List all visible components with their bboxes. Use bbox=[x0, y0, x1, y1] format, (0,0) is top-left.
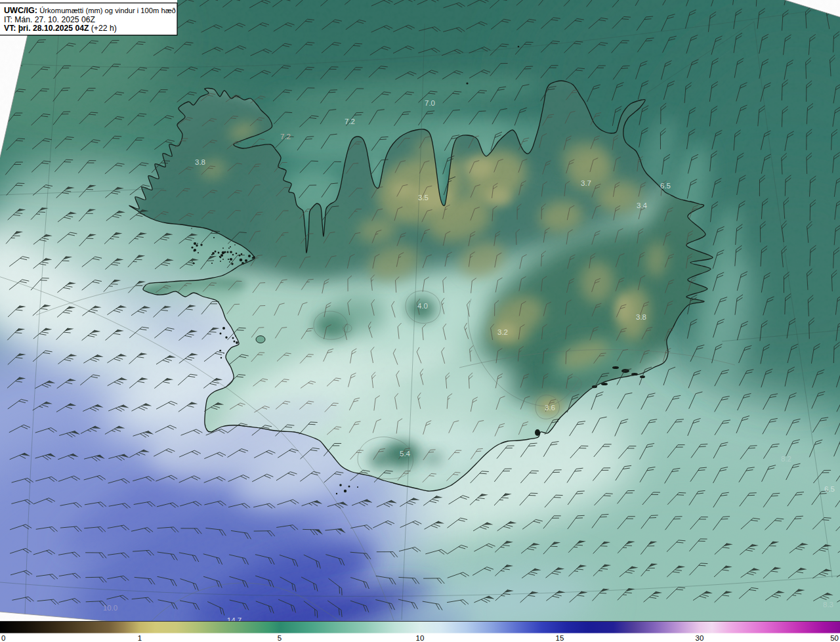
svg-text:0: 0 bbox=[1, 634, 5, 642]
svg-text:50: 50 bbox=[830, 634, 839, 642]
svg-text:10: 10 bbox=[416, 634, 425, 642]
svg-text:5: 5 bbox=[278, 634, 282, 642]
svg-text:15: 15 bbox=[556, 634, 564, 642]
svg-text:VT: þri. 28.10.2025 04Z (+22 h: VT: þri. 28.10.2025 04Z (+22 h) bbox=[4, 24, 117, 33]
svg-text:UWC/IG: Úrkomumætti (mm) og vi: UWC/IG: Úrkomumætti (mm) og vindur i 100… bbox=[4, 6, 176, 15]
svg-text:30: 30 bbox=[696, 634, 704, 642]
svg-text:IT: Mán. 27. 10. 2025 06Z: IT: Mán. 27. 10. 2025 06Z bbox=[4, 15, 95, 24]
svg-text:1: 1 bbox=[138, 634, 142, 642]
